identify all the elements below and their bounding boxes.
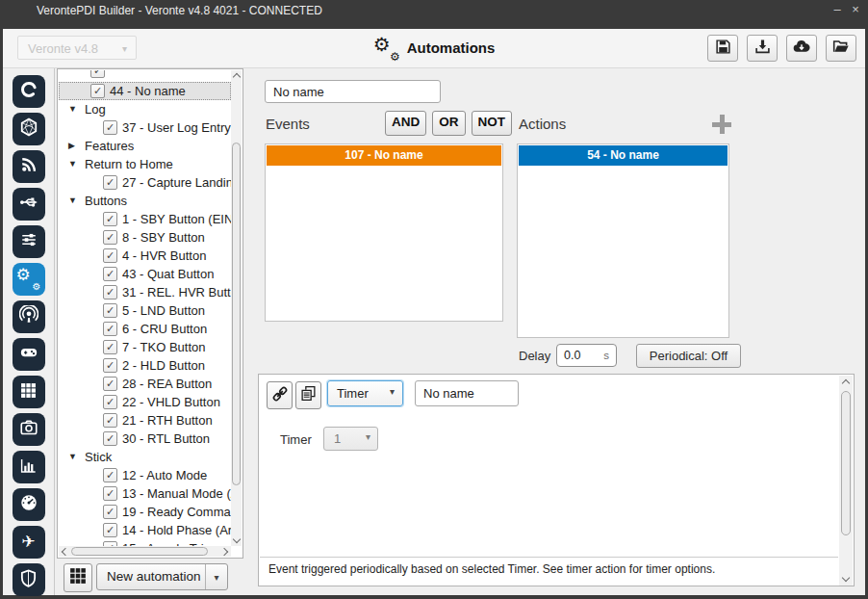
- checkbox[interactable]: ✓: [103, 120, 117, 135]
- tree-group[interactable]: ▼Return to Home: [59, 155, 231, 173]
- new-automation-button[interactable]: New automation ▾: [96, 563, 228, 590]
- checkbox[interactable]: ✓: [103, 267, 117, 281]
- sidebar-item-power-ring[interactable]: [13, 75, 45, 108]
- checkbox[interactable]: ✓: [103, 358, 117, 373]
- tree-row[interactable]: ✓2 - HLD Button: [59, 356, 231, 375]
- link-button[interactable]: [267, 381, 293, 409]
- tree-row[interactable]: ✓: [59, 70, 231, 82]
- scroll-down-arrow-icon[interactable]: [839, 572, 853, 586]
- checkbox[interactable]: ✓: [103, 395, 117, 409]
- collapse-triangle-icon[interactable]: ▼: [68, 195, 77, 205]
- checkbox[interactable]: ✓: [103, 377, 117, 391]
- operator-not-button[interactable]: NOT: [472, 111, 513, 136]
- checkbox[interactable]: ✓: [90, 70, 105, 78]
- sidebar-item-shield[interactable]: [13, 563, 45, 596]
- tree-row[interactable]: ✓14 - Hold Phase (Arcad: [59, 521, 231, 539]
- checkbox[interactable]: ✓: [103, 431, 117, 446]
- tree-row[interactable]: ✓13 - Manual Mode (Arc: [59, 484, 231, 503]
- scroll-down-arrow-icon[interactable]: [231, 534, 242, 546]
- sidebar-item-rss[interactable]: [13, 150, 45, 183]
- scrollbar-thumb[interactable]: [71, 547, 208, 556]
- sidebar-item-mesh-hexagon[interactable]: [13, 113, 45, 145]
- open-folder-button[interactable]: [826, 35, 856, 62]
- sidebar-item-bar-chart[interactable]: [13, 451, 45, 483]
- collapse-triangle-icon[interactable]: ▼: [68, 159, 77, 169]
- scrollbar-thumb[interactable]: [232, 143, 241, 485]
- scroll-up-arrow-icon[interactable]: [839, 376, 853, 389]
- checkbox[interactable]: ✓: [103, 248, 117, 263]
- sidebar-item-usb[interactable]: [13, 188, 45, 221]
- tree-row[interactable]: ✓4 - HVR Button: [59, 247, 231, 265]
- checkbox[interactable]: ✓: [103, 468, 117, 482]
- import-button[interactable]: [747, 35, 778, 62]
- tree-group[interactable]: ▶Features: [59, 137, 231, 155]
- sidebar-item-grid[interactable]: [13, 376, 45, 408]
- checkbox[interactable]: ✓: [103, 486, 117, 501]
- tree-row[interactable]: ✓1 - SBY Button (EIN): [59, 210, 231, 228]
- periodical-toggle-button[interactable]: Periodical: Off: [636, 344, 741, 368]
- checkbox[interactable]: ✓: [103, 303, 117, 318]
- tree-row[interactable]: ✓21 - RTH Button: [59, 411, 231, 430]
- tree-row[interactable]: ✓30 - RTL Button: [59, 430, 231, 448]
- scroll-left-arrow-icon[interactable]: [59, 546, 70, 557]
- tree-group[interactable]: ▼Stick: [59, 448, 231, 466]
- checkbox[interactable]: ✓: [103, 212, 117, 226]
- event-name-input[interactable]: [415, 380, 519, 406]
- tree-row[interactable]: ✓44 - No name: [59, 82, 231, 100]
- operator-or-button[interactable]: OR: [432, 111, 465, 136]
- tree-row[interactable]: ✓5 - LND Button: [59, 301, 231, 320]
- checkbox[interactable]: ✓: [103, 340, 117, 354]
- checkbox[interactable]: ✓: [103, 230, 117, 245]
- event-type-select[interactable]: Timer ▾: [327, 380, 403, 406]
- close-button[interactable]: ×: [848, 2, 863, 17]
- tree-row[interactable]: ✓12 - Auto Mode: [59, 466, 231, 484]
- sidebar-item-gauge[interactable]: [13, 488, 45, 521]
- scroll-up-arrow-icon[interactable]: [231, 70, 242, 82]
- timer-number-select[interactable]: 1 ▾: [323, 427, 378, 451]
- tree-vertical-scrollbar[interactable]: [231, 70, 242, 546]
- checkbox[interactable]: ✓: [90, 84, 105, 98]
- checkbox[interactable]: ✓: [103, 413, 117, 428]
- tree-row[interactable]: ✓6 - CRU Button: [59, 320, 231, 338]
- collapse-triangle-icon[interactable]: ▼: [68, 452, 77, 461]
- tree-row[interactable]: ✓37 - User Log Entry: [59, 118, 231, 137]
- scroll-right-arrow-icon[interactable]: [219, 546, 231, 557]
- event-item-header[interactable]: 107 - No name: [267, 145, 501, 166]
- collapse-triangle-icon[interactable]: ▼: [68, 104, 77, 114]
- tree-group[interactable]: ▼Log: [59, 100, 231, 118]
- cloud-download-button[interactable]: [786, 35, 817, 62]
- checkbox[interactable]: ✓: [103, 523, 117, 537]
- tree-row[interactable]: ✓15 - Arcade Trim: [59, 539, 231, 546]
- new-automation-dropdown[interactable]: ▾: [205, 564, 227, 589]
- sidebar-item-plane[interactable]: ✈: [13, 526, 45, 559]
- events-list[interactable]: 107 - No name: [265, 143, 503, 322]
- copy-button[interactable]: [295, 381, 321, 409]
- checkbox[interactable]: ✓: [103, 505, 117, 519]
- save-button[interactable]: [707, 35, 738, 62]
- sidebar-item-podcast[interactable]: [13, 300, 45, 333]
- tree-row[interactable]: ✓27 - Capture Landing P: [59, 173, 231, 192]
- add-action-plus-icon[interactable]: [712, 115, 731, 134]
- automation-name-input[interactable]: [265, 80, 441, 103]
- automation-groups-button[interactable]: [64, 563, 92, 592]
- sidebar-item-sliders[interactable]: [13, 225, 45, 258]
- tree-row[interactable]: ✓19 - Ready Command: [59, 503, 231, 521]
- operator-and-button[interactable]: AND: [385, 111, 426, 136]
- scrollbar-thumb[interactable]: [841, 391, 851, 535]
- sidebar-item-gamepad[interactable]: [13, 338, 45, 371]
- sidebar-item-camera[interactable]: [13, 413, 45, 446]
- version-select[interactable]: Veronte v4.8 ▾: [17, 36, 137, 60]
- actions-list[interactable]: 54 - No name: [517, 143, 729, 338]
- tree-row[interactable]: ✓7 - TKO Button: [59, 338, 231, 356]
- tree-horizontal-scrollbar[interactable]: [59, 546, 231, 557]
- editor-vertical-scrollbar[interactable]: [839, 376, 853, 586]
- tree-row[interactable]: ✓22 - VHLD Button: [59, 393, 231, 411]
- tree-row[interactable]: ✓8 - SBY Button: [59, 228, 231, 247]
- delay-input[interactable]: 0.0 s: [556, 344, 617, 367]
- tree-row[interactable]: ✓31 - REL. HVR Button: [59, 283, 231, 301]
- tree-group[interactable]: ▼Buttons: [59, 192, 231, 210]
- sidebar-item-automations-gears[interactable]: ⚙⚙: [13, 263, 45, 296]
- checkbox[interactable]: ✓: [103, 322, 117, 336]
- checkbox[interactable]: ✓: [103, 175, 117, 190]
- tree-row[interactable]: ✓43 - Quat Button: [59, 265, 231, 283]
